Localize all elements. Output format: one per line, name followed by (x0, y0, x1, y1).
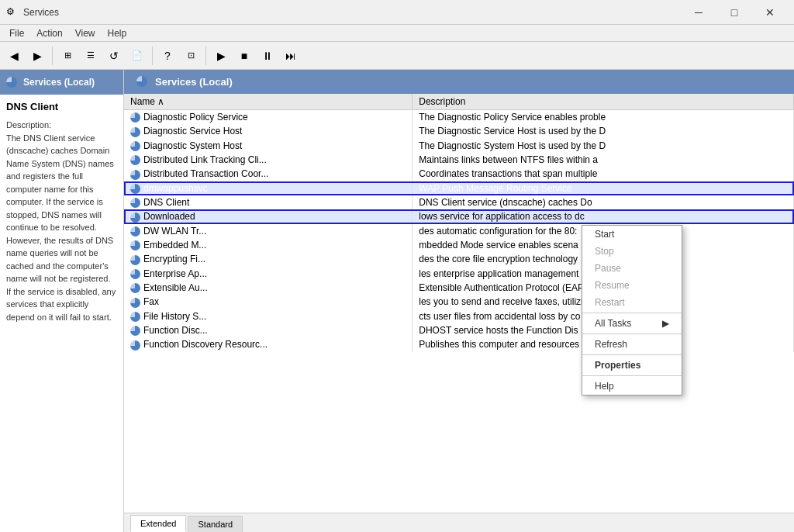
start-service-button[interactable]: ▶ (210, 45, 232, 67)
context-menu-divider (582, 354, 682, 355)
table-row[interactable]: Extensible Au...Extensible Authenticatio… (124, 281, 794, 295)
tab-standard[interactable]: Standard (188, 516, 243, 532)
main-area: Services (Local) DNS Client Description:… (0, 70, 794, 532)
context-menu-item-stop: Stop (582, 243, 682, 260)
service-desc-cell: The Diagnostic Service Host is used by t… (413, 124, 794, 138)
service-row-icon (130, 170, 140, 180)
service-name: DNS Client (6, 101, 117, 112)
table-row[interactable]: File History S...cts user files from acc… (124, 309, 794, 323)
toolbar-separator-2 (152, 47, 153, 65)
menu-action[interactable]: Action (30, 26, 68, 40)
context-menu-item-restart: Restart (582, 294, 682, 311)
table-row[interactable]: Faxles you to send and receive faxes, ut… (124, 295, 794, 309)
service-name-cell: Function Discovery Resourc... (124, 337, 413, 351)
context-menu-divider (582, 333, 682, 334)
ctx-item-label: All Tasks (595, 318, 631, 329)
window-title: Services (23, 7, 681, 18)
menu-view[interactable]: View (69, 26, 102, 40)
restart-service-button[interactable]: ⏭ (280, 45, 302, 67)
close-button[interactable]: ✕ (752, 0, 788, 25)
sidebar-label: Services (Local) (23, 77, 95, 88)
table-row[interactable]: Enterprise Ap...les enterprise applicati… (124, 267, 794, 281)
service-name-cell: Diagnostic System Host (124, 139, 413, 153)
table-row[interactable]: DW WLAN Tr...des automatic configuration… (124, 224, 794, 238)
table-row[interactable]: Distributed Link Tracking Cli...Maintain… (124, 153, 794, 167)
show-hide-console-button[interactable]: ⊞ (57, 45, 78, 67)
services-list[interactable]: Name ∧ Description Diagnostic Policy Ser… (124, 94, 794, 513)
table-row[interactable]: Distributed Transaction Coor...Coordinat… (124, 167, 794, 181)
service-row-icon (130, 326, 140, 336)
table-row[interactable]: Diagnostic System HostThe Diagnostic Sys… (124, 139, 794, 153)
service-name-cell: Enterprise Ap... (124, 267, 413, 281)
service-row-icon (130, 212, 140, 223)
app-icon: ⚙ (6, 6, 19, 19)
col-description[interactable]: Description (413, 94, 794, 110)
context-menu-item-resume: Resume (582, 277, 682, 294)
table-row[interactable]: Diagnostic Policy ServiceThe Diagnostic … (124, 109, 794, 124)
content-area: Services (Local) Name ∧ Description Diag… (124, 70, 794, 532)
table-row[interactable]: Downloadedlows service for application a… (124, 209, 794, 223)
properties-button[interactable]: ⊡ (180, 45, 202, 67)
refresh-button[interactable]: ↺ (103, 45, 125, 67)
service-name-cell: Diagnostic Service Host (124, 124, 413, 138)
menu-bar: File Action View Help (0, 25, 794, 42)
table-row[interactable]: Encrypting Fi...des the core file encryp… (124, 252, 794, 266)
export-button[interactable]: 📄 (126, 45, 148, 67)
submenu-arrow-icon: ▶ (662, 318, 669, 329)
service-description-text: The DNS Client service (dnscache) caches… (6, 133, 116, 322)
service-name-cell: DW WLAN Tr... (124, 224, 413, 238)
menu-file[interactable]: File (3, 26, 30, 40)
service-row-icon (130, 226, 140, 237)
pause-service-button[interactable]: ⏸ (257, 45, 278, 67)
stop-service-button[interactable]: ■ (233, 45, 255, 67)
toolbar-separator-1 (52, 47, 53, 65)
service-desc-cell: Coordinates transactions that span multi… (413, 167, 794, 181)
service-row-icon (130, 269, 140, 279)
table-row[interactable]: Embedded M...mbedded Mode service enable… (124, 238, 794, 252)
service-desc-cell: Maintains links between NTFS files withi… (413, 153, 794, 167)
col-name[interactable]: Name ∧ (124, 94, 413, 110)
sidebar-spinning-icon (6, 77, 17, 88)
context-menu-item-all-tasks[interactable]: All Tasks▶ (582, 315, 682, 332)
service-name-cell: Embedded M... (124, 238, 413, 252)
sidebar-header: Services (Local) (0, 70, 123, 95)
service-desc-cell: The Diagnostic Policy Service enables pr… (413, 109, 794, 124)
service-row-icon (130, 184, 140, 194)
services-header-icon (136, 76, 147, 87)
tab-bar: Extended Standard (124, 513, 794, 532)
table-row[interactable]: dmwappushsvcWAP Push Message Routing Ser… (124, 181, 794, 195)
services-header: Services (Local) (124, 70, 794, 94)
context-menu: StartStopPauseResumeRestartAll Tasks▶Ref… (582, 225, 682, 396)
tab-extended[interactable]: Extended (130, 515, 186, 532)
help-button[interactable]: ? (157, 45, 178, 67)
maximize-button[interactable]: □ (716, 0, 752, 25)
table-row[interactable]: Function Discovery Resourc...Publishes t… (124, 337, 794, 351)
list-view-button[interactable]: ☰ (80, 45, 102, 67)
back-button[interactable]: ◀ (3, 45, 25, 67)
table-row[interactable]: Diagnostic Service HostThe Diagnostic Se… (124, 124, 794, 138)
service-name-cell: Extensible Au... (124, 281, 413, 295)
context-menu-item-start[interactable]: Start (582, 226, 682, 243)
menu-help[interactable]: Help (102, 26, 133, 40)
service-row-icon (130, 298, 140, 308)
service-row-icon (130, 155, 140, 165)
service-description-label: Description: The DNS Client service (dns… (6, 119, 117, 323)
service-name-cell: Downloaded (124, 209, 413, 223)
table-row[interactable]: DNS ClientDNS Client service (dnscache) … (124, 195, 794, 209)
forward-button[interactable]: ▶ (26, 45, 48, 67)
service-desc-cell: lows service for application access to d… (413, 209, 794, 223)
service-name-cell: Encrypting Fi... (124, 252, 413, 266)
service-row-icon (130, 340, 140, 351)
context-menu-item-pause: Pause (582, 260, 682, 277)
services-table: Name ∧ Description Diagnostic Policy Ser… (124, 94, 794, 352)
context-menu-item-properties[interactable]: Properties (582, 357, 682, 374)
toolbar: ◀ ▶ ⊞ ☰ ↺ 📄 ? ⊡ ▶ ■ ⏸ ⏭ (0, 42, 794, 70)
context-menu-item-refresh[interactable]: Refresh (582, 336, 682, 353)
service-name-cell: dmwappushsvc (124, 181, 413, 195)
window-controls: ─ □ ✕ (681, 0, 788, 25)
service-row-icon (130, 198, 140, 208)
table-row[interactable]: Function Disc...DHOST service hosts the … (124, 323, 794, 337)
service-row-icon (130, 141, 140, 151)
context-menu-item-help[interactable]: Help (582, 378, 682, 395)
minimize-button[interactable]: ─ (681, 0, 716, 25)
